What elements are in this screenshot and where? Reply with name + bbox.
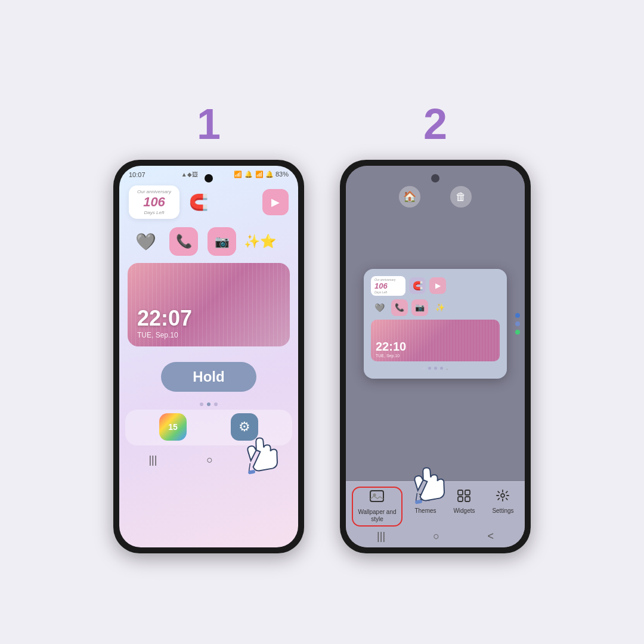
step-1: 1 10:07 ▲◆🖼 📶 🔔 📶 🔔 83% Our xyxy=(113,103,304,553)
mini-heart-app: 🩶 xyxy=(371,299,388,316)
dock-app-colorful[interactable]: 15 xyxy=(159,413,187,441)
mini-heart-pin: 🧲 xyxy=(409,277,426,294)
dot-1-3 xyxy=(214,402,218,406)
settings-icon xyxy=(496,489,510,506)
home-action-icon[interactable]: 🏠 xyxy=(399,186,420,208)
page-dots-1 xyxy=(119,400,298,408)
screen2-inner: 🏠 🗑 xyxy=(346,166,525,547)
mini-clock-text: 22:10 TUE, Sep.10 xyxy=(376,340,406,358)
toolbar-settings[interactable]: Settings xyxy=(487,487,518,517)
mini-anniversary-widget: Our anniversary 106 Days Left xyxy=(371,276,405,296)
nav-bar-2: ||| ○ < xyxy=(348,527,522,545)
mini-widget-row: Our anniversary 106 Days Left 🧲 ▶ xyxy=(371,276,500,296)
dim-overlay: 🏠 🗑 xyxy=(346,166,525,481)
mini-page-dots: + xyxy=(371,365,500,371)
camera-app-icon: 📷 xyxy=(208,227,236,256)
nav-home-2[interactable]: ○ xyxy=(433,530,439,543)
mini-clock-time: 22:10 xyxy=(376,340,406,354)
mini-clock-widget: 22:10 TUE, Sep.10 xyxy=(371,320,500,361)
svg-rect-3 xyxy=(458,490,463,495)
wallpaper-icon xyxy=(370,490,384,507)
nav-back-1[interactable]: ||| xyxy=(148,454,157,466)
hold-button[interactable]: Hold xyxy=(161,362,256,392)
anniversary-days-1: Days Left xyxy=(135,210,174,215)
main-container: 1 10:07 ▲◆🖼 📶 🔔 📶 🔔 83% Our xyxy=(113,91,531,553)
anniversary-num-1: 106 xyxy=(135,194,174,210)
clock-text-1: 22:07 TUE, Sep.10 xyxy=(137,306,192,339)
clock-date-1: TUE, Sep.10 xyxy=(137,331,192,339)
delete-action-icon[interactable]: 🗑 xyxy=(450,186,472,208)
step-2: 2 🏠 🗑 xyxy=(340,103,531,553)
status-right-1: 📶 🔔 📶 🔔 83% xyxy=(234,171,289,178)
anniversary-widget-1: Our anniversary 106 Days Left xyxy=(129,185,179,219)
stars-icon: ✨⭐ xyxy=(246,227,274,256)
dot-1-2 xyxy=(207,402,210,406)
status-time-1: 10:07 xyxy=(129,171,145,178)
clock-widget-1: 22:07 TUE, Sep.10 xyxy=(128,263,290,346)
nav-recent-2[interactable]: < xyxy=(487,530,494,543)
mini-camera-app: 📷 xyxy=(411,299,428,316)
home-preview-card: Our anniversary 106 Days Left 🧲 ▶ 🩶 xyxy=(364,269,507,379)
mini-phone-app: 📞 xyxy=(391,299,408,316)
clock-time-1: 22:07 xyxy=(137,306,192,331)
settings-label: Settings xyxy=(492,507,513,515)
anniversary-label-1: Our anniversary xyxy=(135,189,174,194)
toolbar-wallpaper[interactable]: Wallpaper andstyle xyxy=(352,487,402,527)
side-dots xyxy=(515,313,520,335)
youtube-icon: ▶ xyxy=(262,189,289,215)
widgets-icon xyxy=(457,489,471,506)
widget-row-1: Our anniversary 106 Days Left 🧲 ▶ xyxy=(119,181,298,224)
mini-stars: ✨ xyxy=(432,299,448,316)
mini-youtube: ▶ xyxy=(429,277,446,294)
step-2-number: 2 xyxy=(423,103,447,145)
phone-1-notch xyxy=(205,174,213,182)
svg-rect-5 xyxy=(458,497,463,501)
phone-app-icon: 📞 xyxy=(169,227,198,256)
app-row-1: 🩶 📞 📷 ✨⭐ xyxy=(119,224,298,259)
status-icons-1: ▲◆🖼 xyxy=(181,171,198,178)
svg-rect-1 xyxy=(370,491,383,501)
svg-rect-6 xyxy=(465,497,470,501)
heart-pin-icon: 🧲 xyxy=(185,189,212,215)
hand-cursor-2 xyxy=(401,460,451,515)
step-1-number: 1 xyxy=(197,103,221,145)
widgets-label: Widgets xyxy=(453,507,475,515)
phone-1-screen: 10:07 ▲◆🖼 📶 🔔 📶 🔔 83% Our anniversary 10… xyxy=(119,166,298,547)
svg-point-7 xyxy=(501,494,504,497)
nav-home-1[interactable]: ○ xyxy=(206,454,213,466)
hand-cursor-1 xyxy=(234,430,284,485)
mini-app-row: 🩶 📞 📷 ✨ xyxy=(371,299,500,316)
hold-btn-container: Hold xyxy=(119,350,298,400)
wallpaper-label: Wallpaper andstyle xyxy=(358,509,396,523)
svg-rect-4 xyxy=(465,490,470,495)
dot-1-1 xyxy=(200,402,203,406)
phone-2-screen: 🏠 🗑 xyxy=(346,166,525,547)
phone-2: 🏠 🗑 xyxy=(340,160,531,553)
nav-back-2[interactable]: ||| xyxy=(377,530,385,543)
heart-app-icon: 🩶 xyxy=(131,227,160,256)
action-icons-row: 🏠 🗑 xyxy=(346,178,525,211)
mini-clock-date: TUE, Sep.10 xyxy=(376,354,406,358)
phone-1: 10:07 ▲◆🖼 📶 🔔 📶 🔔 83% Our anniversary 10… xyxy=(113,160,304,553)
toolbar-widgets[interactable]: Widgets xyxy=(448,487,479,517)
